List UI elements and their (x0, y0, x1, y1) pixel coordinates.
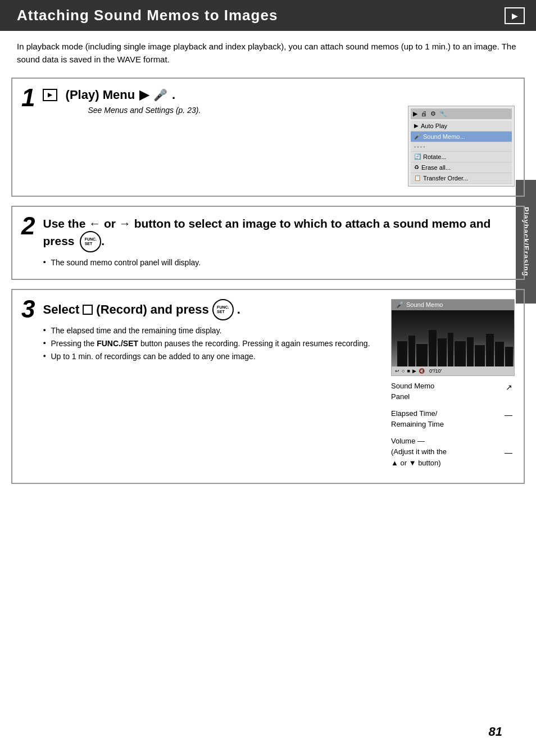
panel-arrow-1: ↗ (498, 382, 515, 393)
panel-arrow-2: — (498, 409, 515, 421)
transfer-icon: 📋 (414, 175, 421, 181)
svg-rect-4 (416, 344, 428, 366)
step-2-bullets: The sound memo control panel will displa… (43, 257, 515, 269)
svg-rect-6 (438, 338, 447, 366)
sound-memo-header-label: Sound Memo (406, 301, 443, 308)
svg-rect-3 (408, 336, 415, 366)
panel-labels: Sound MemoPanel ↗ Elapsed Time/Remaining… (391, 381, 515, 469)
svg-rect-12 (495, 342, 504, 366)
panel-label-text-1: Sound MemoPanel (391, 382, 434, 401)
intro-text: In playback mode (including single image… (0, 40, 536, 66)
step-2-bullet-1: The sound memo control panel will displa… (43, 257, 515, 269)
svg-rect-13 (505, 347, 513, 366)
menu-top-icon-4: 🔧 (439, 110, 447, 117)
eraseall-icon: ♻ (414, 164, 419, 170)
menu-top-bar: ▶ 🖨 ⚙ 🔧 (411, 108, 512, 119)
menu-item-transfer: 📋 Transfer Order... (411, 173, 512, 184)
sound-memo-panel: 🎤 Sound Memo (391, 299, 515, 376)
step-3-inner: Select (Record) and press FUNC.SET . The… (43, 299, 515, 474)
sound-memo-header: 🎤 Sound Memo (392, 300, 514, 310)
menu-top-icon-2: 🖨 (421, 110, 427, 117)
page-container: Playback/Erasing Attaching Sound Memos t… (0, 0, 536, 756)
sound-memo-mic-icon: 🎤 (396, 301, 404, 309)
menu-top-icon-1: ▶ (413, 110, 417, 117)
sound-memo-controls: ↩ ○ ■ ▶ 🔇 0"/10' (392, 366, 514, 375)
svg-rect-7 (448, 333, 453, 366)
step-2-content: Use the ← or → button to select an image… (43, 216, 515, 270)
protect-icon: - - - - (414, 144, 425, 150)
menu-screenshot: ▶ 🖨 ⚙ 🔧 ▶ Auto Play 🎤 Sound Memo... (408, 106, 515, 187)
ctrl-record: ○ (402, 368, 405, 374)
svg-rect-9 (467, 337, 474, 366)
menu-item-protect: - - - - (411, 142, 512, 152)
menu-item-autoplay: ▶ Auto Play (411, 121, 512, 132)
ctrl-play: ▶ (412, 368, 416, 374)
step-3-bullet-1: The elapsed time and the remaining time … (43, 325, 382, 337)
ctrl-stop: ■ (407, 368, 410, 374)
step-3-content: Select (Record) and press FUNC.SET . The… (43, 299, 515, 474)
step-3-title: Select (Record) and press FUNC.SET . (43, 299, 382, 320)
ctrl-rewind: ↩ (395, 368, 399, 374)
step-3-box: 3 Select (Record) and press FUNC.SET . T… (11, 289, 525, 485)
panel-label-row-3: Volume —(Adjust it with the▲ or ▼ button… (391, 436, 515, 469)
step-2-number: 2 (21, 214, 35, 238)
step-2-box: 2 Use the ← or → button to select an ima… (11, 206, 525, 280)
rotate-icon: 🔄 (414, 153, 421, 160)
page-header: Attaching Sound Memos to Images ▶ (0, 0, 536, 31)
city-skyline-svg (392, 310, 514, 366)
panel-arrow-3: — (498, 447, 515, 459)
svg-rect-2 (397, 341, 407, 366)
step-3-right: 🎤 Sound Memo (391, 299, 515, 474)
play-menu-icon: ▶ (43, 89, 57, 101)
step-1-body: See Menus and Settings (p. 23). ▶ 🖨 ⚙ 🔧 … (43, 106, 515, 187)
autoplay-icon: ▶ (414, 123, 419, 129)
menu-top-icon-3: ⚙ (430, 110, 436, 117)
svg-rect-5 (429, 330, 437, 366)
menu-item-soundmemo[interactable]: 🎤 Sound Memo... (411, 132, 512, 142)
panel-label-text-2: Elapsed Time/Remaining Time (391, 409, 444, 429)
play-mode-icon: ▶ (505, 7, 525, 24)
panel-label-text-3: Volume —(Adjust it with the▲ or ▼ button… (391, 437, 447, 467)
ctrl-time: 0"/10' (429, 368, 442, 374)
step-2-title: Use the ← or → button to select an image… (43, 216, 515, 252)
svg-rect-11 (486, 334, 494, 366)
page-title: Attaching Sound Memos to Images (17, 7, 278, 24)
page-number: 81 (489, 725, 502, 739)
menu-item-eraseall: ♻ Erase all... (411, 162, 512, 173)
panel-label-row-1: Sound MemoPanel ↗ (391, 381, 515, 402)
step-1-content: ▶ (Play) Menu ▶ 🎤 . See Menus and Settin… (43, 88, 515, 187)
step-1-title: ▶ (Play) Menu ▶ 🎤 . (43, 88, 515, 102)
sound-memo-image (392, 310, 514, 366)
step-1-number: 1 (21, 85, 35, 110)
step-3-number: 3 (21, 297, 35, 322)
soundmemo-icon: 🎤 (414, 133, 421, 139)
func-set-button-2: FUNC.SET (80, 231, 101, 252)
steps-container: 1 ▶ (Play) Menu ▶ 🎤 . See Menus and Sett… (0, 78, 536, 485)
svg-rect-10 (475, 345, 485, 366)
step-3-bullet-3: Up to 1 min. of recordings can be added … (43, 351, 382, 363)
step-3-bullets: The elapsed time and the remaining time … (43, 325, 382, 363)
see-menus-text: See Menus and Settings (p. 23). (88, 106, 399, 115)
step-3-bullet-2: Pressing the FUNC./SET button pauses the… (43, 338, 382, 350)
step-1-title-text: (Play) Menu (62, 88, 135, 102)
func-set-button-3: FUNC.SET (212, 299, 234, 320)
menu-item-rotate: 🔄 Rotate... (411, 152, 512, 162)
panel-label-row-2: Elapsed Time/Remaining Time — (391, 408, 515, 430)
ctrl-mute: 🔇 (419, 368, 425, 374)
step-1-box: 1 ▶ (Play) Menu ▶ 🎤 . See Menus and Sett… (11, 78, 525, 197)
record-icon (83, 305, 93, 315)
step-3-left: Select (Record) and press FUNC.SET . The… (43, 299, 382, 474)
svg-rect-8 (455, 341, 466, 366)
